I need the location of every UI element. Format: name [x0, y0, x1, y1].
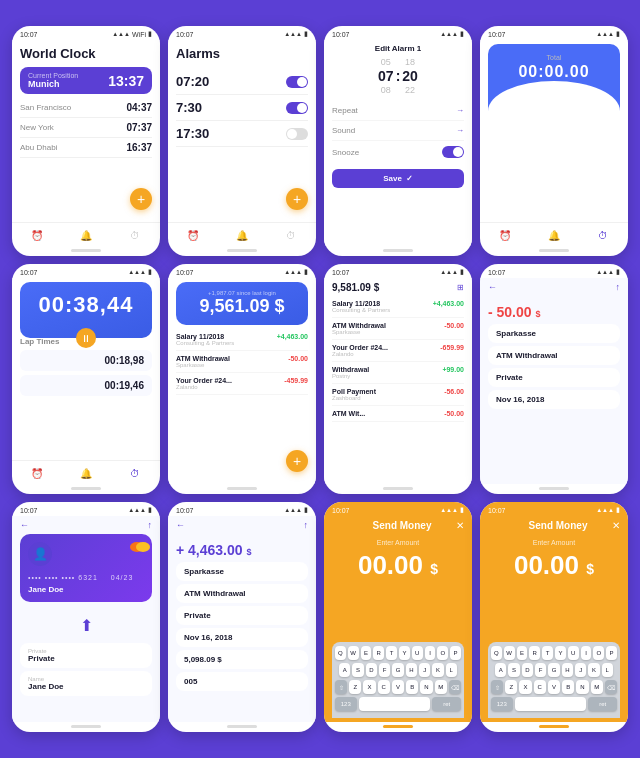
- stopwatch-fab[interactable]: ⏸: [76, 328, 96, 348]
- key-q[interactable]: Q: [335, 646, 346, 660]
- key-j[interactable]: J: [419, 663, 430, 677]
- save-button[interactable]: Save ✓: [332, 169, 464, 188]
- key-n[interactable]: N: [420, 680, 432, 694]
- k2-v[interactable]: V: [548, 680, 560, 694]
- k2-space[interactable]: [515, 697, 587, 711]
- key-m[interactable]: M: [435, 680, 447, 694]
- k2-o[interactable]: O: [593, 646, 604, 660]
- back-button-10[interactable]: ←: [176, 520, 185, 530]
- key-e[interactable]: E: [361, 646, 372, 660]
- key-b[interactable]: B: [406, 680, 418, 694]
- k2-a[interactable]: A: [495, 663, 506, 677]
- key-r[interactable]: R: [373, 646, 384, 660]
- k2-q[interactable]: Q: [491, 646, 502, 660]
- nav-alarm-icon-5[interactable]: 🔔: [79, 466, 93, 480]
- key-a[interactable]: A: [339, 663, 350, 677]
- nav-clock-icon-2[interactable]: ⏰: [186, 228, 200, 242]
- back-button-8[interactable]: ←: [488, 282, 497, 292]
- k2-l[interactable]: L: [602, 663, 613, 677]
- nav-clock-icon-4[interactable]: ⏰: [498, 228, 512, 242]
- nav-stopwatch-icon-4[interactable]: ⏱: [596, 228, 610, 242]
- key-l[interactable]: L: [446, 663, 457, 677]
- key-t[interactable]: T: [386, 646, 397, 660]
- k2-b[interactable]: B: [562, 680, 574, 694]
- k2-123[interactable]: 123: [491, 697, 513, 711]
- nav-stopwatch-icon-5[interactable]: ⏱: [128, 466, 142, 480]
- nav-alarm-icon-2[interactable]: 🔔: [235, 228, 249, 242]
- share-button-8[interactable]: ↑: [616, 282, 621, 292]
- k2-s[interactable]: S: [508, 663, 519, 677]
- nav-clock-icon-5[interactable]: ⏰: [30, 466, 44, 480]
- key-u[interactable]: U: [412, 646, 423, 660]
- nav-stopwatch-icon[interactable]: ⏱: [128, 228, 142, 242]
- send-money-2-close[interactable]: ✕: [612, 520, 620, 531]
- add-alarm-button[interactable]: +: [286, 188, 308, 210]
- send-money-1-close[interactable]: ✕: [456, 520, 464, 531]
- k2-j[interactable]: J: [575, 663, 586, 677]
- nav-stopwatch-icon-2[interactable]: ⏱: [284, 228, 298, 242]
- flist-row-2[interactable]: ATM WithdrawalSparkasse -50.00: [332, 318, 464, 340]
- k2-p[interactable]: P: [606, 646, 617, 660]
- k2-u[interactable]: U: [568, 646, 579, 660]
- flist-row-1[interactable]: Salary 11/2018Consulting & Partners +4,4…: [332, 296, 464, 318]
- k2-shift[interactable]: ⇧: [491, 680, 503, 694]
- key-v[interactable]: V: [392, 680, 404, 694]
- k2-h[interactable]: H: [562, 663, 573, 677]
- k2-z[interactable]: Z: [505, 680, 517, 694]
- key-c[interactable]: C: [378, 680, 390, 694]
- expand-icon[interactable]: ⊞: [457, 283, 464, 292]
- k2-e[interactable]: E: [517, 646, 528, 660]
- key-return[interactable]: ret: [432, 697, 461, 711]
- flist-row-4[interactable]: WithdrawalPostny +99.00: [332, 362, 464, 384]
- key-h[interactable]: H: [406, 663, 417, 677]
- k2-n[interactable]: N: [576, 680, 588, 694]
- nav-alarm-icon[interactable]: 🔔: [79, 228, 93, 242]
- sound-option[interactable]: Sound →: [332, 121, 464, 141]
- k2-f[interactable]: F: [535, 663, 546, 677]
- k2-r[interactable]: R: [529, 646, 540, 660]
- key-k[interactable]: K: [432, 663, 443, 677]
- k2-backspace[interactable]: ⌫: [605, 680, 617, 694]
- key-x[interactable]: X: [363, 680, 375, 694]
- key-i[interactable]: I: [425, 646, 436, 660]
- k2-w[interactable]: W: [504, 646, 515, 660]
- k2-y[interactable]: Y: [555, 646, 566, 660]
- nav-alarm-icon-4[interactable]: 🔔: [547, 228, 561, 242]
- k2-g[interactable]: G: [548, 663, 559, 677]
- flist-row-5[interactable]: Poll PaymentZashboard -56.00: [332, 384, 464, 406]
- key-space[interactable]: [359, 697, 431, 711]
- k2-i[interactable]: I: [581, 646, 592, 660]
- add-city-button[interactable]: +: [130, 188, 152, 210]
- alarm-toggle-2[interactable]: [286, 102, 308, 114]
- alarm-toggle-1[interactable]: [286, 76, 308, 88]
- alarm-toggle-3[interactable]: [286, 128, 308, 140]
- k2-m[interactable]: M: [591, 680, 603, 694]
- key-o[interactable]: O: [437, 646, 448, 660]
- k2-return[interactable]: ret: [588, 697, 617, 711]
- k2-k[interactable]: K: [588, 663, 599, 677]
- key-z[interactable]: Z: [349, 680, 361, 694]
- key-shift[interactable]: ⇧: [335, 680, 347, 694]
- key-s[interactable]: S: [352, 663, 363, 677]
- key-123[interactable]: 123: [335, 697, 357, 711]
- k2-t[interactable]: T: [542, 646, 553, 660]
- key-d[interactable]: D: [366, 663, 377, 677]
- add-transaction-button[interactable]: +: [286, 450, 308, 472]
- flist-row-6[interactable]: ATM Wit... -50.00: [332, 406, 464, 422]
- key-backspace[interactable]: ⌫: [449, 680, 461, 694]
- share-button-9[interactable]: ↑: [148, 520, 153, 530]
- key-f[interactable]: F: [379, 663, 390, 677]
- k2-c[interactable]: C: [534, 680, 546, 694]
- nav-clock-icon[interactable]: ⏰: [30, 228, 44, 242]
- key-y[interactable]: Y: [399, 646, 410, 660]
- k2-d[interactable]: D: [522, 663, 533, 677]
- k2-x[interactable]: X: [519, 680, 531, 694]
- key-g[interactable]: G: [392, 663, 403, 677]
- flist-row-3[interactable]: Your Order #24...Zalando -659.99: [332, 340, 464, 362]
- back-button-9[interactable]: ←: [20, 520, 29, 530]
- key-p[interactable]: P: [450, 646, 461, 660]
- repeat-option[interactable]: Repeat →: [332, 101, 464, 121]
- share-button-10[interactable]: ↑: [304, 520, 309, 530]
- snooze-toggle[interactable]: [442, 146, 464, 158]
- key-w[interactable]: W: [348, 646, 359, 660]
